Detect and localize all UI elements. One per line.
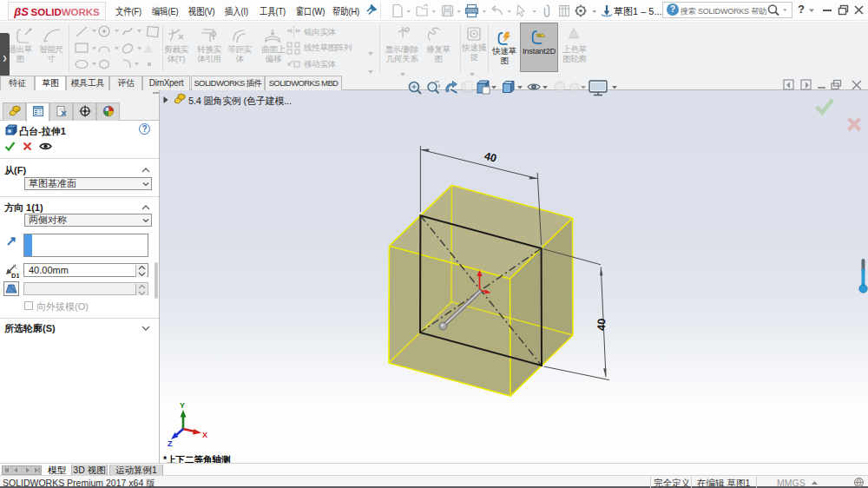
svg-text:Y: Y	[180, 401, 185, 410]
svg-text:40: 40	[483, 150, 498, 165]
svg-text:D1: D1	[11, 272, 19, 279]
svg-text:Z: Z	[168, 439, 173, 448]
svg-text:X: X	[202, 431, 207, 439]
svg-text:40: 40	[595, 318, 608, 331]
